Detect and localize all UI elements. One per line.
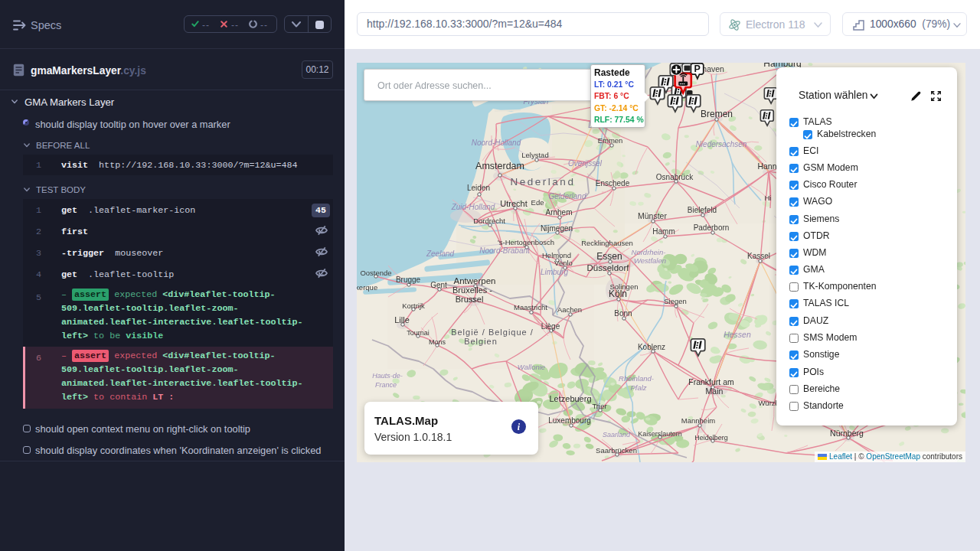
svg-text:Tournai: Tournai <box>407 329 430 337</box>
svg-text:Brussel: Brussel <box>456 295 484 304</box>
svg-text:Kassel: Kassel <box>747 252 770 260</box>
svg-text:Nederland: Nederland <box>511 176 576 187</box>
svg-text:Limburg: Limburg <box>541 268 569 276</box>
svg-text:Overijssel: Overijssel <box>568 159 603 168</box>
svg-text:Frankfurt am: Frankfurt am <box>688 377 734 386</box>
svg-text:Bruxelles -: Bruxelles - <box>452 285 492 295</box>
svg-text:Amsterdam: Amsterdam <box>475 161 524 171</box>
svg-text:Nordrhein-: Nordrhein- <box>632 248 666 256</box>
svg-text:Ede: Ede <box>531 198 544 207</box>
svg-text:Lelystad: Lelystad <box>521 151 548 159</box>
svg-text:Rheinland-: Rheinland- <box>619 374 654 383</box>
svg-text:Noord-Holland: Noord-Holland <box>472 139 521 147</box>
svg-text:Hamm: Hamm <box>652 227 675 236</box>
svg-text:Düsseldorf: Düsseldorf <box>587 263 630 272</box>
svg-text:Recklinghausen: Recklinghausen <box>581 239 633 247</box>
svg-text:Pfalz: Pfalz <box>630 383 646 392</box>
svg-text:Koblenz: Koblenz <box>638 343 665 351</box>
svg-text:Arnhem: Arnhem <box>545 208 572 217</box>
svg-text:Hann: Hann <box>757 161 776 171</box>
svg-text:Noord-Brabant: Noord-Brabant <box>479 246 531 255</box>
svg-text:Kaiserslautern: Kaiserslautern <box>638 430 682 438</box>
svg-text:Heidelberg: Heidelberg <box>694 434 728 442</box>
svg-text:Westfalen: Westfalen <box>634 256 666 265</box>
svg-text:Lille: Lille <box>394 315 410 324</box>
svg-text:Leiden: Leiden <box>467 184 490 192</box>
svg-text:Antwerpen: Antwerpen <box>454 276 496 285</box>
svg-text:Wallonie: Wallonie <box>518 363 545 371</box>
svg-text:Bremen: Bremen <box>701 109 733 119</box>
svg-text:Bielefeld: Bielefeld <box>688 206 717 214</box>
svg-text:Dordrecht: Dordrecht <box>473 217 505 225</box>
svg-text:Liège: Liège <box>541 322 560 331</box>
svg-text:Aachen: Aachen <box>557 305 582 314</box>
svg-text:nkerque: nkerque <box>357 283 377 292</box>
svg-text:Zuid-Holland: Zuid-Holland <box>451 203 495 211</box>
svg-text:Main: Main <box>706 386 724 396</box>
svg-text:Letzebuerg: Letzebuerg <box>549 394 591 403</box>
svg-text:Brugge: Brugge <box>396 276 421 284</box>
svg-text:Utrecht: Utrecht <box>500 199 527 208</box>
svg-text:Hauts-de-: Hauts-de- <box>372 372 403 380</box>
svg-text:Hessen: Hessen <box>724 330 751 339</box>
svg-text:Siegen: Siegen <box>664 297 687 305</box>
svg-text:Paderborn: Paderborn <box>694 223 730 232</box>
svg-text:Maastricht: Maastricht <box>514 303 547 311</box>
svg-text:Luxembourg: Luxembourg <box>548 416 591 425</box>
svg-text:'s-Hertogenbosch: 's-Hertogenbosch <box>498 238 554 246</box>
svg-text:Essen: Essen <box>596 251 622 262</box>
svg-text:Nürnberg: Nürnberg <box>830 429 864 438</box>
svg-text:Saarbrücken: Saarbrücken <box>596 446 637 455</box>
svg-text:Kortrijk: Kortrijk <box>402 302 425 310</box>
svg-text:Osnabrück: Osnabrück <box>656 173 694 181</box>
svg-text:Zeeland: Zeeland <box>426 249 455 258</box>
svg-text:Enschede: Enschede <box>596 179 630 187</box>
svg-text:België / Belgique /: België / Belgique / <box>451 328 534 337</box>
svg-text:P: P <box>694 64 701 74</box>
svg-text:Emmen: Emmen <box>598 136 623 145</box>
svg-text:Venlo: Venlo <box>554 259 573 267</box>
svg-text:Saarland: Saarland <box>603 431 631 439</box>
svg-text:Hi: Hi <box>765 194 772 202</box>
svg-text:Mannheim: Mannheim <box>681 416 715 425</box>
svg-text:Köln: Köln <box>609 289 627 299</box>
svg-text:Gelderland: Gelderland <box>549 192 586 201</box>
svg-text:Münster: Münster <box>638 211 667 220</box>
svg-text:Niedersachsen: Niedersachsen <box>696 140 747 148</box>
svg-text:France: France <box>375 381 397 389</box>
svg-text:Bonn: Bonn <box>614 309 632 318</box>
svg-text:Belgien: Belgien <box>464 337 498 346</box>
svg-text:Gent: Gent <box>430 281 447 289</box>
svg-text:Trier: Trier <box>592 402 606 410</box>
svg-text:Mons: Mons <box>429 338 446 346</box>
svg-text:Oostende: Oostende <box>360 269 391 277</box>
svg-text:Nijmegen: Nijmegen <box>541 224 573 233</box>
